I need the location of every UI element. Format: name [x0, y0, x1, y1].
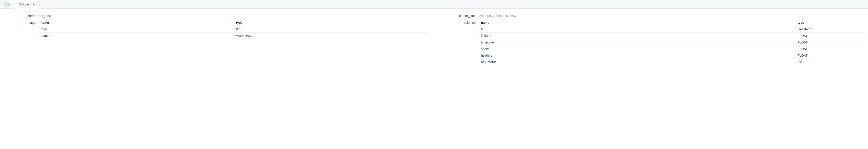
stable-info-content: name: ais_data tags: name type mmsi INT: [0, 8, 868, 71]
name-label: name:: [3, 13, 39, 18]
columns-header-type: type: [796, 20, 865, 26]
columns-header-name: name: [479, 20, 796, 26]
column-type: FLOAT: [796, 39, 865, 46]
column-type: FLOAT: [796, 46, 865, 52]
tag-name: name: [39, 33, 234, 39]
create-time-value: 2023-08-23T20:18:57.794Z: [479, 13, 865, 18]
field-create-time: create_time: 2023-08-23T20:18:57.794Z: [438, 13, 865, 18]
tab-sql[interactable]: SQL: [0, 0, 15, 8]
tag-type: VARCHAR: [234, 33, 430, 39]
column-name: longitude: [479, 39, 796, 46]
tab-bar: SQL STable Info: [0, 0, 868, 8]
tags-header-type: type: [234, 20, 430, 26]
tags-table: name type mmsi INT name VARCHAR: [39, 20, 430, 39]
column-name: heading: [479, 52, 796, 59]
table-row: speed FLOAT: [479, 46, 865, 52]
field-name: name: ais_data: [3, 13, 430, 18]
table-row: heading FLOAT: [479, 52, 865, 59]
table-row: latitude FLOAT: [479, 33, 865, 39]
table-row: longitude FLOAT: [479, 39, 865, 46]
column-type: FLOAT: [796, 52, 865, 59]
left-column: name: ais_data tags: name type mmsi INT: [3, 13, 430, 67]
field-tags: tags: name type mmsi INT name VARCHAR: [3, 20, 430, 39]
right-column: create_time: 2023-08-23T20:18:57.794Z co…: [438, 13, 865, 67]
column-name: ts: [479, 26, 796, 33]
tag-type: INT: [234, 26, 430, 33]
tags-header-name: name: [39, 20, 234, 26]
name-value: ais_data: [39, 13, 430, 18]
tags-label: tags:: [3, 20, 39, 24]
column-type: FLOAT: [796, 33, 865, 39]
tag-name: mmsi: [39, 26, 234, 33]
column-name: speed: [479, 46, 796, 52]
table-row: name VARCHAR: [39, 33, 430, 39]
table-row: ts timestamp: [479, 26, 865, 33]
columns-table: name type ts timestamp latitude FLOAT lo…: [479, 20, 865, 66]
column-name: latitude: [479, 33, 796, 39]
table-row: nav_status INT: [479, 59, 865, 66]
columns-label: columns:: [438, 20, 479, 24]
table-row: mmsi INT: [39, 26, 430, 33]
field-columns: columns: name type ts timestamp latitude: [438, 20, 865, 66]
column-name: nav_status: [479, 59, 796, 66]
column-type: INT: [796, 59, 865, 66]
create-time-label: create_time:: [438, 13, 479, 18]
tab-stable-info[interactable]: STable Info: [15, 0, 39, 8]
column-type: timestamp: [796, 26, 865, 33]
